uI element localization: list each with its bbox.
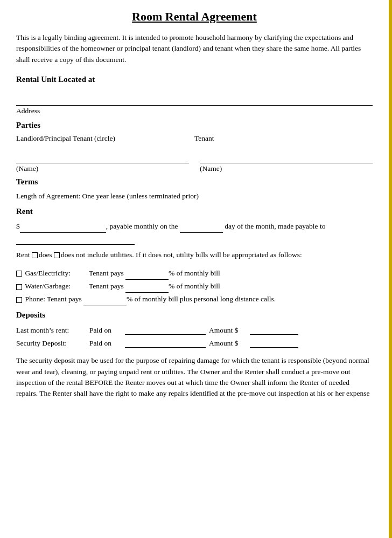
intro-paragraph: This is a legally binding agreement. It … — [16, 32, 373, 65]
address-label: Address — [16, 107, 373, 115]
landlord-name-wrap: (Name) — [16, 154, 189, 173]
security-paid-line — [125, 339, 206, 348]
tenant-label: Tenant — [194, 134, 214, 142]
tenant-col-label: Tenant — [194, 134, 373, 143]
gas-text: Tenant pays % of monthly bill — [89, 267, 373, 280]
phone-text: Phone: Tenant pays % of monthly bill plu… — [16, 293, 373, 306]
document-title: Room Rental Agreement — [16, 10, 373, 24]
water-label: Water/Garbage: — [16, 280, 89, 293]
water-checkbox — [16, 284, 22, 290]
address-input-line — [16, 94, 373, 106]
gas-checkbox — [16, 271, 22, 277]
security-deposit-row: Security Deposit: Paid on Amount $ — [16, 337, 373, 350]
parties-name-row: (Name) (Name) — [16, 154, 373, 173]
gas-electricity-row: Gas/Electricity: Tenant pays % of monthl… — [16, 267, 373, 280]
last-month-rent-row: Last month’s rent: Paid on Amount $ — [16, 324, 373, 337]
deposits-grid: Last month’s rent: Paid on Amount $ Secu… — [16, 324, 373, 350]
rent-suffix-text: day of the month, made payable to — [225, 222, 325, 230]
last-month-label: Last month’s rent: — [16, 324, 86, 337]
security-paid-label: Paid on — [89, 337, 122, 350]
rent-amount-line — [20, 224, 106, 233]
last-month-amount-label: Amount $ — [209, 324, 247, 337]
payable-to-line — [16, 235, 135, 245]
rent-line-1: $, payable monthly on the day of the mon… — [16, 220, 373, 233]
security-amount-label: Amount $ — [209, 337, 247, 350]
security-amount-line — [250, 339, 298, 348]
terms-length-text: Length of Agreement: One year lease (unl… — [16, 191, 373, 202]
phone-percent-line — [83, 298, 127, 306]
does-not-checkbox — [54, 252, 60, 258]
last-month-amount-line — [250, 326, 298, 335]
rental-unit-heading: Rental Unit Located at — [16, 75, 373, 84]
landlord-col-label: Landlord/Principal Tenant (circle) — [16, 134, 194, 143]
landlord-label: Landlord/Principal Tenant (circle) — [16, 134, 115, 142]
rent-day-line — [180, 224, 223, 233]
landlord-name-line — [16, 154, 189, 163]
rent-dollar-prefix: $ — [16, 222, 20, 230]
landlord-name-label: (Name) — [16, 164, 189, 173]
deposits-heading: Deposits — [16, 311, 373, 320]
water-percent-line — [125, 284, 169, 293]
water-text: Tenant pays % of monthly bill — [89, 280, 373, 293]
does-checkbox — [32, 252, 38, 258]
last-month-paid-line — [125, 326, 206, 335]
security-deposit-label: Security Deposit: — [16, 337, 86, 350]
water-garbage-row: Water/Garbage: Tenant pays % of monthly … — [16, 280, 373, 293]
terms-heading: Terms — [16, 177, 373, 187]
gas-label-text: Gas/Electricity: — [25, 269, 71, 277]
last-month-paid-label: Paid on — [89, 324, 122, 337]
security-deposit-text: The security deposit may be used for the… — [16, 355, 373, 399]
document-page: Room Rental Agreement This is a legally … — [0, 0, 392, 538]
phone-row: Phone: Tenant pays % of monthly bill plu… — [16, 293, 373, 306]
parties-heading: Parties — [16, 121, 373, 130]
tenant-name-line — [200, 154, 373, 163]
utilities-intro-text: Rent does does not include utilities. If… — [16, 249, 373, 261]
parties-labels-row: Landlord/Principal Tenant (circle) Tenan… — [16, 134, 373, 151]
rent-heading: Rent — [16, 207, 373, 216]
tenant-name-label: (Name) — [200, 164, 373, 173]
tenant-name-wrap: (Name) — [200, 154, 373, 173]
gas-label: Gas/Electricity: — [16, 267, 89, 280]
utilities-block: Rent does does not include utilities. If… — [16, 249, 373, 261]
rent-mid-text: , payable monthly on the — [106, 222, 178, 230]
phone-checkbox — [16, 297, 22, 303]
water-label-text: Water/Garbage: — [25, 282, 71, 290]
gas-percent-line — [125, 271, 169, 280]
